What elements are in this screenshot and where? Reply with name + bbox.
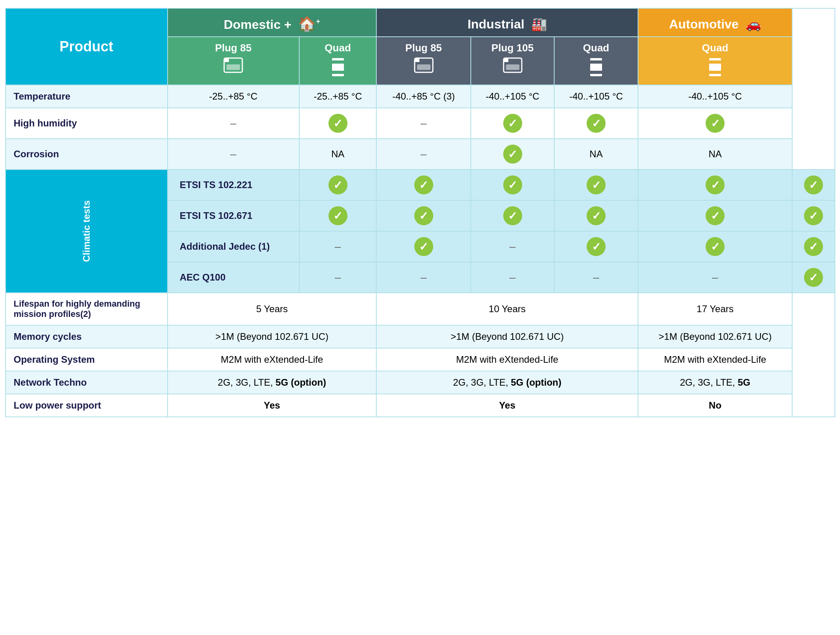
lowpower-row: Low power support Yes Yes No <box>6 394 835 417</box>
etsi221-i105: ✓ <box>554 170 638 200</box>
aec-d85: – <box>299 262 377 293</box>
product-label: Product <box>59 38 113 55</box>
network-industrial-text: 2G, 3G, LTE, <box>453 377 511 388</box>
etsi221-label: ETSI TS 102.221 <box>168 170 299 200</box>
jedec-aq: ✓ <box>792 231 834 262</box>
lifespan-industrial: 10 Years <box>376 293 638 325</box>
humidity-iq: ✓ <box>554 108 638 139</box>
aec-dq: – <box>376 262 470 293</box>
svg-rect-2 <box>227 64 240 70</box>
check-icon: ✓ <box>706 237 725 256</box>
sim-icon-i85 <box>414 57 434 73</box>
svg-rect-16 <box>707 60 723 64</box>
memory-label: Memory cycles <box>6 325 168 348</box>
temperature-label: Temperature <box>6 85 168 108</box>
industrial-category-header: Industrial 🏭 <box>376 8 638 37</box>
domestic-quad-header: Quad <box>299 37 377 85</box>
memory-industrial: >1M (Beyond 102.671 UC) <box>376 325 638 348</box>
humidity-dq: ✓ <box>299 108 377 139</box>
svg-marker-1 <box>224 58 229 62</box>
jedec-label: Additional Jedec (1) <box>168 231 299 262</box>
check-icon: ✓ <box>804 237 823 256</box>
network-automotive: 2G, 3G, LTE, 5G <box>638 371 793 394</box>
film-icon-iq <box>588 57 604 77</box>
check-icon: ✓ <box>414 175 433 194</box>
check-icon: ✓ <box>414 206 433 225</box>
domestic-label: Domestic + <box>224 17 292 32</box>
check-icon: ✓ <box>804 268 823 287</box>
aec-label: AEC Q100 <box>168 262 299 293</box>
domestic-plug85-label: Plug 85 <box>171 42 296 54</box>
network-industrial: 2G, 3G, LTE, 5G (option) <box>376 371 638 394</box>
memory-domestic: >1M (Beyond 102.671 UC) <box>168 325 377 348</box>
domestic-plug85-header: Plug 85 <box>168 37 299 85</box>
category-header-row: Product Domestic + 🏠+ Industrial 🏭 Autom… <box>6 8 835 37</box>
svg-rect-14 <box>588 71 604 74</box>
network-domestic: 2G, 3G, LTE, 5G (option) <box>168 371 377 394</box>
humidity-i85: – <box>376 108 470 139</box>
corrosion-i85: – <box>376 139 470 170</box>
check-icon: ✓ <box>328 175 347 194</box>
temperature-i85: -40..+85 °C (3) <box>376 85 470 108</box>
os-domestic: M2M with eXtended-Life <box>168 348 377 371</box>
sim-icon-i105 <box>503 57 523 73</box>
os-industrial: M2M with eXtended-Life <box>376 348 638 371</box>
svg-rect-11 <box>506 64 519 70</box>
etsi671-aq: ✓ <box>792 200 834 231</box>
check-icon: ✓ <box>587 206 606 225</box>
etsi671-i85: ✓ <box>471 200 554 231</box>
check-icon: ✓ <box>503 206 522 225</box>
industrial-quad-label: Quad <box>558 42 634 54</box>
check-icon: ✓ <box>503 175 522 194</box>
svg-rect-17 <box>707 71 723 74</box>
industrial-plug85-label: Plug 85 <box>380 42 467 54</box>
etsi221-aq: ✓ <box>792 170 834 200</box>
corrosion-i105: ✓ <box>471 139 554 170</box>
film-icon-aq <box>707 57 723 77</box>
check-icon: ✓ <box>503 145 522 164</box>
etsi671-d85: ✓ <box>299 200 377 231</box>
temperature-i105: -40..+105 °C <box>471 85 554 108</box>
lowpower-industrial: Yes <box>376 394 638 417</box>
lowpower-automotive: No <box>638 394 793 417</box>
network-automotive-bold: 5G <box>738 377 750 388</box>
lifespan-domestic: 5 Years <box>168 293 377 325</box>
memory-automotive: >1M (Beyond 102.671 UC) <box>638 325 793 348</box>
temperature-dq: -25..+85 °C <box>299 85 377 108</box>
temperature-aq: -40..+105 °C <box>638 85 793 108</box>
svg-rect-8 <box>417 64 430 70</box>
check-icon: ✓ <box>706 175 725 194</box>
etsi221-iq: ✓ <box>638 170 793 200</box>
temperature-iq: -40..+105 °C <box>554 85 638 108</box>
check-icon: ✓ <box>328 114 347 133</box>
corrosion-iq: NA <box>554 139 638 170</box>
check-icon: ✓ <box>328 206 347 225</box>
jedec-dq: ✓ <box>376 231 470 262</box>
lifespan-label: Lifespan for highly demanding mission pr… <box>6 293 168 325</box>
check-icon: ✓ <box>503 114 522 133</box>
film-icon-dq <box>330 57 346 77</box>
humidity-d85: – <box>168 108 299 139</box>
network-automotive-text: 2G, 3G, LTE, <box>680 377 738 388</box>
corrosion-aq: NA <box>638 139 793 170</box>
jedec-iq: ✓ <box>638 231 793 262</box>
car-icon: 🚗 <box>746 17 761 32</box>
corrosion-d85: – <box>168 139 299 170</box>
humidity-label: High humidity <box>6 108 168 139</box>
climatic-tests-label: Climatic tests <box>6 170 168 293</box>
etsi671-label: ETSI TS 102.671 <box>168 200 299 231</box>
humidity-aq: ✓ <box>638 108 793 139</box>
aec-aq: ✓ <box>792 262 834 293</box>
temperature-d85: -25..+85 °C <box>168 85 299 108</box>
check-icon: ✓ <box>706 206 725 225</box>
humidity-row: High humidity – ✓ – ✓ ✓ ✓ <box>6 108 835 139</box>
comparison-table: Product Domestic + 🏠+ Industrial 🏭 Autom… <box>5 8 835 417</box>
check-icon: ✓ <box>804 206 823 225</box>
lifespan-row: Lifespan for highly demanding mission pr… <box>6 293 835 325</box>
industrial-quad-header: Quad <box>554 37 638 85</box>
svg-marker-10 <box>504 58 508 62</box>
temperature-row: Temperature -25..+85 °C -25..+85 °C -40.… <box>6 85 835 108</box>
check-icon: ✓ <box>587 175 606 194</box>
svg-marker-7 <box>415 58 419 62</box>
network-domestic-text: 2G, 3G, LTE, <box>218 377 276 388</box>
